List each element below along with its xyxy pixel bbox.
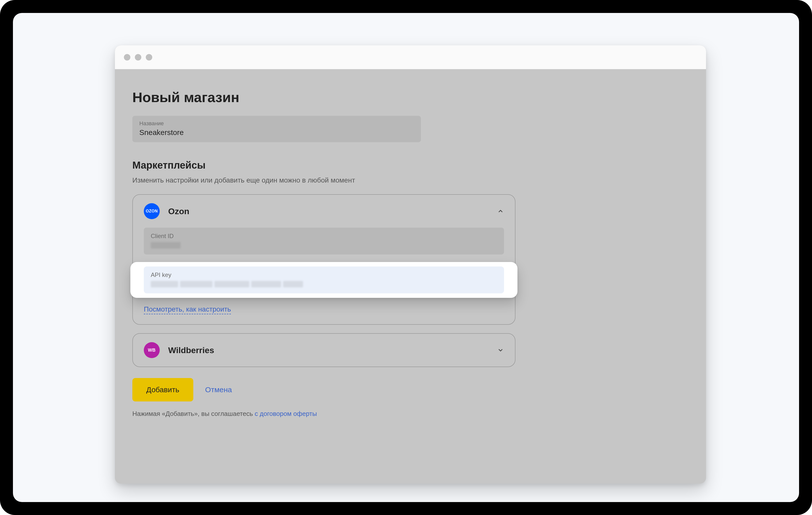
ozon-card-title: Ozon [168,207,497,216]
window-zoom-dot[interactable] [146,54,152,60]
ozon-client-id-label: Client ID [151,233,497,240]
window-minimize-dot[interactable] [135,54,141,60]
ozon-card-header[interactable]: OZON Ozon [133,195,515,227]
outer-frame: Новый магазин Название Sneakerstore Марк… [0,0,812,515]
marketplaces-subtitle: Изменить настройки или добавить еще один… [132,176,689,184]
form-actions: Добавить Отмена [132,378,689,402]
marketplace-card-ozon: OZON Ozon Client ID [132,194,516,325]
store-name-value: Sneakerstore [139,128,414,137]
consent-text: Нажимая «Добавить», вы соглашаетесь с до… [132,410,689,417]
ozon-client-id-field[interactable]: Client ID [144,227,504,254]
ozon-client-id-value-redacted [151,242,497,248]
marketplace-card-wildberries: WB Wildberries [132,333,516,367]
ozon-card-body: Client ID API key [133,227,515,324]
ozon-logo-icon: OZON [144,203,160,219]
ozon-api-key-highlight: API key [130,262,518,298]
ozon-api-key-field[interactable]: API key [144,267,504,293]
wildberries-card-header[interactable]: WB Wildberries [133,334,515,367]
store-name-field[interactable]: Название Sneakerstore [132,116,421,142]
wildberries-card-title: Wildberries [168,345,497,355]
stage-canvas: Новый магазин Название Sneakerstore Марк… [13,13,799,502]
chevron-up-icon [497,208,504,215]
window-titlebar [115,45,706,69]
wildberries-logo-icon: WB [144,342,160,358]
ozon-api-key-label: API key [151,271,497,278]
page-content: Новый магазин Название Sneakerstore Марк… [115,69,706,433]
chevron-down-icon [497,347,504,354]
ozon-api-key-value-redacted [151,281,497,288]
browser-window: Новый магазин Название Sneakerstore Марк… [115,45,706,484]
consent-prefix: Нажимая «Добавить», вы соглашаетесь [132,410,255,417]
add-button[interactable]: Добавить [132,378,193,402]
marketplaces-title: Маркетплейсы [132,160,689,171]
cancel-button[interactable]: Отмена [205,385,232,394]
offer-agreement-link[interactable]: с договором оферты [255,410,317,417]
page-title: Новый магазин [132,89,689,105]
store-name-label: Название [139,120,414,127]
ozon-setup-help-link[interactable]: Посмотреть, как настроить [144,305,231,314]
window-close-dot[interactable] [124,54,130,60]
